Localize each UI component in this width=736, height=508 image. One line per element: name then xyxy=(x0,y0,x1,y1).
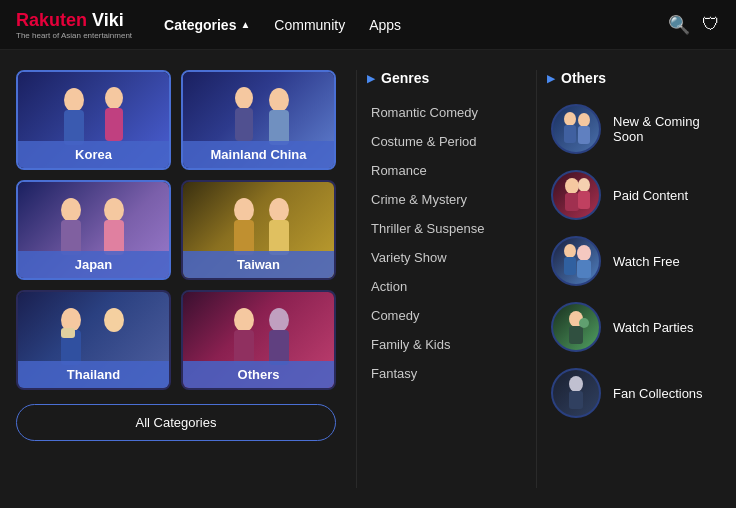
country-thailand[interactable]: Thailand xyxy=(16,290,171,390)
nav-icons: 🔍 🛡 xyxy=(668,14,720,36)
others-title: ▶ Others xyxy=(547,70,710,86)
country-others[interactable]: Others xyxy=(181,290,336,390)
japan-label: Japan xyxy=(18,251,169,278)
nav-community[interactable]: Community xyxy=(266,11,353,39)
country-mainland-china[interactable]: Mainland China xyxy=(181,70,336,170)
svg-rect-15 xyxy=(269,220,289,255)
new-coming-soon-label: New & Coming Soon xyxy=(613,114,706,144)
svg-point-32 xyxy=(564,244,576,258)
categories-label: Categories xyxy=(164,17,236,33)
svg-rect-33 xyxy=(564,257,576,275)
svg-rect-3 xyxy=(105,108,123,141)
other-watch-parties[interactable]: Watch Parties xyxy=(547,296,710,358)
genre-variety-show[interactable]: Variety Show xyxy=(367,243,526,272)
svg-point-26 xyxy=(578,113,590,127)
others-label: Others xyxy=(183,361,334,388)
others-title-text: Others xyxy=(561,70,606,86)
svg-rect-37 xyxy=(569,326,583,344)
watch-parties-thumb xyxy=(551,302,601,352)
genres-triangle-icon: ▶ xyxy=(367,73,375,84)
svg-rect-7 xyxy=(269,110,289,145)
paid-content-thumb xyxy=(551,170,601,220)
watch-parties-label: Watch Parties xyxy=(613,320,693,335)
svg-rect-40 xyxy=(569,391,583,409)
others-section: ▶ Others New & Coming Soon xyxy=(536,70,720,488)
svg-rect-35 xyxy=(577,260,591,278)
svg-rect-25 xyxy=(564,125,576,143)
search-button[interactable]: 🔍 xyxy=(668,14,690,36)
svg-point-34 xyxy=(577,245,591,261)
genre-romance[interactable]: Romance xyxy=(367,156,526,185)
apps-label: Apps xyxy=(369,17,401,33)
country-taiwan[interactable]: Taiwan xyxy=(181,180,336,280)
caret-icon: ▲ xyxy=(240,19,250,30)
svg-point-12 xyxy=(234,198,254,222)
countries-section: Korea Mainland China xyxy=(16,70,356,488)
svg-point-14 xyxy=(269,198,289,222)
logo-text: Rakuten Viki xyxy=(16,10,132,31)
genre-costume-period[interactable]: Costume & Period xyxy=(367,127,526,156)
watch-free-label: Watch Free xyxy=(613,254,680,269)
svg-point-6 xyxy=(269,88,289,112)
svg-point-28 xyxy=(565,178,579,194)
svg-rect-23 xyxy=(269,330,289,365)
svg-rect-21 xyxy=(234,330,254,365)
svg-point-22 xyxy=(269,308,289,332)
mainland-china-label: Mainland China xyxy=(183,141,334,168)
svg-point-20 xyxy=(234,308,254,332)
svg-point-4 xyxy=(235,87,253,109)
others-triangle-icon: ▶ xyxy=(547,73,555,84)
country-grid: Korea Mainland China xyxy=(16,70,336,390)
genre-action[interactable]: Action xyxy=(367,272,526,301)
svg-rect-5 xyxy=(235,108,253,141)
svg-rect-19 xyxy=(61,328,75,338)
genres-title-text: Genres xyxy=(381,70,429,86)
svg-rect-9 xyxy=(61,220,81,255)
all-categories-button[interactable]: All Categories xyxy=(16,404,336,441)
country-korea[interactable]: Korea xyxy=(16,70,171,170)
thailand-label: Thailand xyxy=(18,361,169,388)
svg-point-39 xyxy=(569,376,583,392)
watch-free-thumb xyxy=(551,236,601,286)
svg-rect-11 xyxy=(104,220,124,255)
other-new-coming-soon[interactable]: New & Coming Soon xyxy=(547,98,710,160)
profile-button[interactable]: 🛡 xyxy=(702,14,720,35)
logo-tagline: The heart of Asian entertainment xyxy=(16,31,132,40)
genres-section: ▶ Genres Romantic Comedy Costume & Perio… xyxy=(356,70,536,488)
nav-links: Categories ▲ Community Apps xyxy=(156,11,668,39)
taiwan-label: Taiwan xyxy=(183,251,334,278)
svg-rect-31 xyxy=(578,191,590,209)
paid-content-label: Paid Content xyxy=(613,188,688,203)
svg-point-2 xyxy=(105,87,123,109)
genres-title: ▶ Genres xyxy=(367,70,526,86)
svg-point-38 xyxy=(579,318,589,328)
genre-crime-mystery[interactable]: Crime & Mystery xyxy=(367,185,526,214)
svg-point-18 xyxy=(104,308,124,332)
genre-comedy[interactable]: Comedy xyxy=(367,301,526,330)
other-paid-content[interactable]: Paid Content xyxy=(547,164,710,226)
genre-thriller-suspense[interactable]: Thriller & Suspense xyxy=(367,214,526,243)
logo: Rakuten Viki The heart of Asian entertai… xyxy=(16,10,132,40)
other-watch-free[interactable]: Watch Free xyxy=(547,230,710,292)
community-label: Community xyxy=(274,17,345,33)
navbar: Rakuten Viki The heart of Asian entertai… xyxy=(0,0,736,50)
genre-family-kids[interactable]: Family & Kids xyxy=(367,330,526,359)
korea-label: Korea xyxy=(18,141,169,168)
all-categories-label: All Categories xyxy=(136,415,217,430)
svg-point-10 xyxy=(104,198,124,222)
genre-romantic-comedy[interactable]: Romantic Comedy xyxy=(367,98,526,127)
dropdown-panel: Korea Mainland China xyxy=(0,50,736,508)
country-japan[interactable]: Japan xyxy=(16,180,171,280)
nav-apps[interactable]: Apps xyxy=(361,11,409,39)
svg-point-24 xyxy=(564,112,576,126)
svg-point-30 xyxy=(578,178,590,192)
svg-rect-13 xyxy=(234,220,254,255)
fan-collections-label: Fan Collections xyxy=(613,386,703,401)
genre-fantasy[interactable]: Fantasy xyxy=(367,359,526,388)
svg-point-0 xyxy=(64,88,84,112)
nav-categories[interactable]: Categories ▲ xyxy=(156,11,258,39)
svg-rect-29 xyxy=(565,193,579,211)
svg-point-8 xyxy=(61,198,81,222)
other-fan-collections[interactable]: Fan Collections xyxy=(547,362,710,424)
new-coming-soon-thumb xyxy=(551,104,601,154)
